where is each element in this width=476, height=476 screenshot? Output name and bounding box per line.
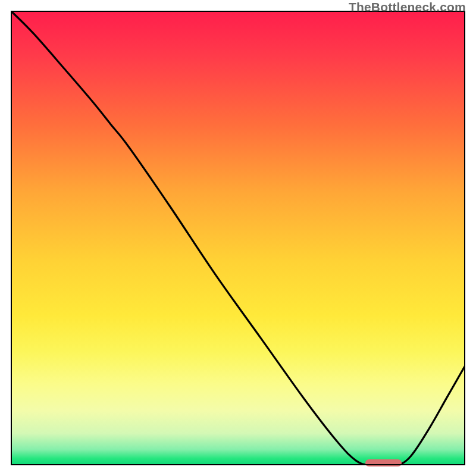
plot-gradient-background	[11, 11, 465, 465]
optimal-range-marker	[365, 459, 402, 466]
watermark-text: TheBottleneck.com	[349, 0, 466, 14]
chart-container: TheBottleneck.com	[0, 0, 476, 476]
